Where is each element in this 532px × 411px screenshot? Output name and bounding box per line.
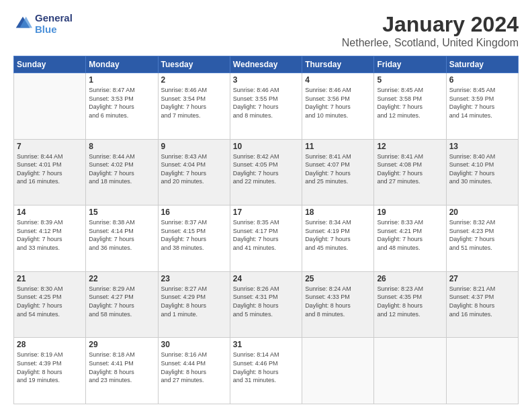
day-number: 1 [89, 75, 154, 85]
day-info: Sunrise: 8:46 AM Sunset: 3:56 PM Dayligh… [305, 86, 371, 120]
day-number: 19 [377, 208, 443, 217]
day-number: 13 [449, 142, 515, 151]
logo: General Blue [13, 12, 73, 35]
day-number: 4 [305, 75, 371, 85]
title-section: January 2024 Netherlee, Scotland, United… [342, 12, 519, 49]
table-row: 27Sunrise: 8:21 AM Sunset: 4:37 PM Dayli… [446, 271, 518, 338]
day-info: Sunrise: 8:29 AM Sunset: 4:27 PM Dayligh… [89, 285, 154, 318]
table-row: 31Sunrise: 8:14 AM Sunset: 4:46 PM Dayli… [230, 338, 302, 404]
table-row: 10Sunrise: 8:42 AM Sunset: 4:05 PM Dayli… [230, 139, 302, 205]
day-number: 5 [377, 75, 443, 85]
table-row: 20Sunrise: 8:32 AM Sunset: 4:23 PM Dayli… [446, 205, 518, 272]
header: General Blue January 2024 Netherlee, Sco… [13, 12, 519, 49]
table-row: 11Sunrise: 8:41 AM Sunset: 4:07 PM Dayli… [302, 139, 374, 205]
day-info: Sunrise: 8:41 AM Sunset: 4:08 PM Dayligh… [377, 152, 443, 186]
calendar-week-row: 28Sunrise: 8:19 AM Sunset: 4:39 PM Dayli… [14, 338, 519, 404]
day-number: 17 [233, 208, 299, 217]
day-number: 2 [161, 75, 227, 85]
table-row: 25Sunrise: 8:24 AM Sunset: 4:33 PM Dayli… [302, 271, 374, 338]
day-info: Sunrise: 8:44 AM Sunset: 4:02 PM Dayligh… [89, 152, 154, 186]
header-wednesday: Wednesday [230, 56, 302, 73]
table-row: 1Sunrise: 8:47 AM Sunset: 3:53 PM Daylig… [86, 73, 158, 140]
day-number: 25 [305, 274, 371, 283]
table-row: 2Sunrise: 8:46 AM Sunset: 3:54 PM Daylig… [158, 73, 230, 140]
day-number: 29 [89, 340, 154, 349]
table-row: 26Sunrise: 8:23 AM Sunset: 4:35 PM Dayli… [374, 271, 446, 338]
day-number: 7 [17, 142, 83, 151]
day-info: Sunrise: 8:41 AM Sunset: 4:07 PM Dayligh… [305, 152, 371, 186]
day-number: 11 [305, 142, 371, 151]
table-row: 17Sunrise: 8:35 AM Sunset: 4:17 PM Dayli… [230, 205, 302, 272]
day-number: 8 [89, 142, 154, 151]
table-row: 21Sunrise: 8:30 AM Sunset: 4:25 PM Dayli… [14, 271, 86, 338]
day-info: Sunrise: 8:47 AM Sunset: 3:53 PM Dayligh… [89, 86, 154, 120]
table-row: 5Sunrise: 8:45 AM Sunset: 3:58 PM Daylig… [374, 73, 446, 140]
day-number: 28 [17, 340, 83, 349]
day-info: Sunrise: 8:14 AM Sunset: 4:46 PM Dayligh… [233, 351, 299, 384]
day-info: Sunrise: 8:32 AM Sunset: 4:23 PM Dayligh… [449, 218, 515, 252]
calendar-week-row: 21Sunrise: 8:30 AM Sunset: 4:25 PM Dayli… [14, 271, 519, 338]
day-info: Sunrise: 8:19 AM Sunset: 4:39 PM Dayligh… [17, 351, 83, 384]
header-friday: Friday [374, 56, 446, 73]
day-number: 20 [449, 208, 515, 217]
day-info: Sunrise: 8:26 AM Sunset: 4:31 PM Dayligh… [233, 285, 299, 318]
table-row: 15Sunrise: 8:38 AM Sunset: 4:14 PM Dayli… [86, 205, 158, 272]
calendar-week-row: 1Sunrise: 8:47 AM Sunset: 3:53 PM Daylig… [14, 73, 519, 140]
table-row: 14Sunrise: 8:39 AM Sunset: 4:12 PM Dayli… [14, 205, 86, 272]
day-info: Sunrise: 8:18 AM Sunset: 4:41 PM Dayligh… [89, 351, 154, 384]
day-info: Sunrise: 8:27 AM Sunset: 4:29 PM Dayligh… [161, 285, 227, 318]
table-row: 24Sunrise: 8:26 AM Sunset: 4:31 PM Dayli… [230, 271, 302, 338]
day-number: 6 [449, 75, 515, 85]
day-number: 15 [89, 208, 154, 217]
table-row: 22Sunrise: 8:29 AM Sunset: 4:27 PM Dayli… [86, 271, 158, 338]
header-thursday: Thursday [302, 56, 374, 73]
table-row: 18Sunrise: 8:34 AM Sunset: 4:19 PM Dayli… [302, 205, 374, 272]
calendar-week-row: 14Sunrise: 8:39 AM Sunset: 4:12 PM Dayli… [14, 205, 519, 272]
day-number: 10 [233, 142, 299, 151]
page: General Blue January 2024 Netherlee, Sco… [0, 0, 532, 411]
day-info: Sunrise: 8:46 AM Sunset: 3:54 PM Dayligh… [161, 86, 227, 120]
table-row: 28Sunrise: 8:19 AM Sunset: 4:39 PM Dayli… [14, 338, 86, 404]
day-info: Sunrise: 8:24 AM Sunset: 4:33 PM Dayligh… [305, 285, 371, 318]
day-number: 30 [161, 340, 227, 349]
header-sunday: Sunday [14, 56, 86, 73]
table-row: 19Sunrise: 8:33 AM Sunset: 4:21 PM Dayli… [374, 205, 446, 272]
day-info: Sunrise: 8:23 AM Sunset: 4:35 PM Dayligh… [377, 285, 443, 318]
calendar-week-row: 7Sunrise: 8:44 AM Sunset: 4:01 PM Daylig… [14, 139, 519, 205]
table-row: 16Sunrise: 8:37 AM Sunset: 4:15 PM Dayli… [158, 205, 230, 272]
logo-icon [13, 14, 32, 33]
table-row [374, 338, 446, 404]
day-info: Sunrise: 8:34 AM Sunset: 4:19 PM Dayligh… [305, 218, 371, 252]
day-info: Sunrise: 8:39 AM Sunset: 4:12 PM Dayligh… [17, 218, 83, 252]
day-number: 14 [17, 208, 83, 217]
day-number: 21 [17, 274, 83, 283]
main-title: January 2024 [342, 12, 519, 37]
table-row: 6Sunrise: 8:45 AM Sunset: 3:59 PM Daylig… [446, 73, 518, 140]
day-number: 27 [449, 274, 515, 283]
subtitle: Netherlee, Scotland, United Kingdom [342, 37, 519, 49]
day-number: 3 [233, 75, 299, 85]
day-info: Sunrise: 8:21 AM Sunset: 4:37 PM Dayligh… [449, 285, 515, 318]
day-info: Sunrise: 8:43 AM Sunset: 4:04 PM Dayligh… [161, 152, 227, 186]
header-saturday: Saturday [446, 56, 518, 73]
table-row: 13Sunrise: 8:40 AM Sunset: 4:10 PM Dayli… [446, 139, 518, 205]
day-number: 26 [377, 274, 443, 283]
day-number: 16 [161, 208, 227, 217]
day-info: Sunrise: 8:16 AM Sunset: 4:44 PM Dayligh… [161, 351, 227, 384]
day-number: 24 [233, 274, 299, 283]
day-info: Sunrise: 8:35 AM Sunset: 4:17 PM Dayligh… [233, 218, 299, 252]
header-tuesday: Tuesday [158, 56, 230, 73]
day-info: Sunrise: 8:30 AM Sunset: 4:25 PM Dayligh… [17, 285, 83, 318]
day-number: 31 [233, 340, 299, 349]
day-number: 23 [161, 274, 227, 283]
day-number: 22 [89, 274, 154, 283]
table-row [302, 338, 374, 404]
table-row: 30Sunrise: 8:16 AM Sunset: 4:44 PM Dayli… [158, 338, 230, 404]
calendar-table: Sunday Monday Tuesday Wednesday Thursday… [13, 56, 519, 404]
day-info: Sunrise: 8:42 AM Sunset: 4:05 PM Dayligh… [233, 152, 299, 186]
day-info: Sunrise: 8:33 AM Sunset: 4:21 PM Dayligh… [377, 218, 443, 252]
day-info: Sunrise: 8:38 AM Sunset: 4:14 PM Dayligh… [89, 218, 154, 252]
day-number: 12 [377, 142, 443, 151]
table-row: 23Sunrise: 8:27 AM Sunset: 4:29 PM Dayli… [158, 271, 230, 338]
table-row: 8Sunrise: 8:44 AM Sunset: 4:02 PM Daylig… [86, 139, 158, 205]
